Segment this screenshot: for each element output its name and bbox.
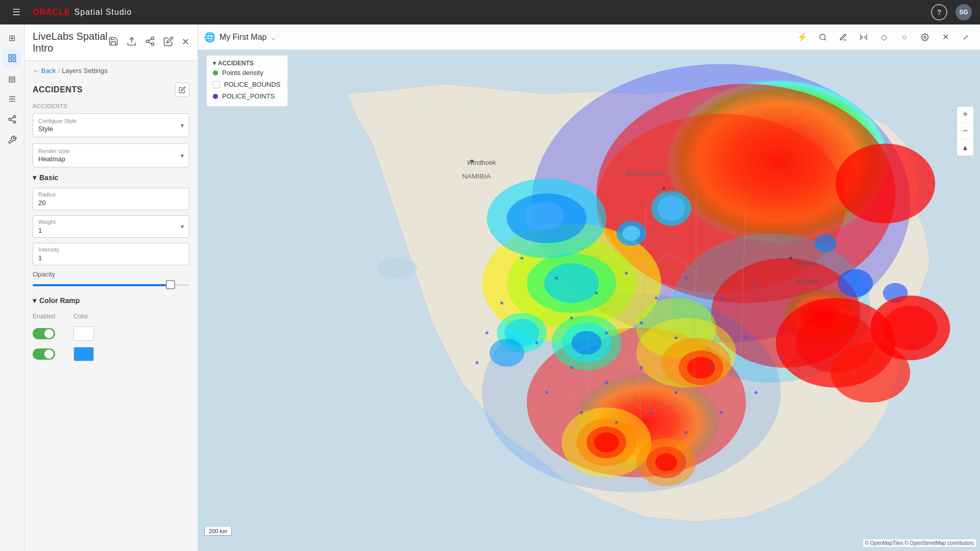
user-avatar[interactable]: SG — [955, 4, 972, 20]
legend-bounds-rect — [213, 81, 220, 88]
section-title-bar: ACCIDENTS — [33, 83, 189, 97]
svg-rect-1 — [13, 55, 15, 57]
svg-point-97 — [779, 356, 782, 359]
top-nav-right: ? SG — [931, 4, 972, 20]
sidebar-item-grid[interactable]: ⊞ — [3, 29, 21, 47]
attribution: © OpenMapTiles © OpenStreetMap contribut… — [863, 539, 976, 547]
breadcrumb: ← Back / Layers Settings — [33, 67, 189, 74]
svg-text:NAMIBIA: NAMIBIA — [462, 172, 491, 180]
sidebar-item-tools[interactable] — [3, 90, 21, 108]
close-map-tool[interactable]: ✕ — [937, 29, 953, 45]
svg-point-84 — [720, 296, 723, 299]
sidebar-item-share[interactable] — [3, 110, 21, 129]
zoom-controls: + − ▲ — [957, 106, 974, 156]
svg-point-93 — [640, 366, 643, 369]
share-button[interactable] — [145, 36, 155, 49]
basic-section-header[interactable]: Basic — [33, 173, 189, 182]
svg-point-96 — [744, 336, 747, 339]
export-button[interactable] — [127, 36, 137, 49]
svg-rect-2 — [9, 59, 11, 62]
svg-text:Gaborone: Gaborone — [656, 188, 683, 194]
circle-tool[interactable]: ○ — [896, 29, 913, 45]
svg-text:eSwatini: eSwatini — [796, 278, 818, 284]
render-style-dropdown[interactable]: Render style Heatmap ▾ — [33, 143, 189, 167]
close-panel-button[interactable]: ✕ — [182, 36, 189, 49]
svg-point-91 — [570, 366, 573, 369]
map-title-expand-icon[interactable]: ⌄ — [271, 33, 277, 41]
svg-point-92 — [605, 381, 608, 384]
opacity-slider-thumb[interactable] — [166, 280, 175, 289]
weight-dropdown-arrow[interactable]: ▾ — [181, 223, 184, 230]
svg-line-19 — [824, 39, 826, 40]
edit-section-button[interactable] — [175, 83, 189, 97]
edit-title-button[interactable] — [163, 36, 174, 49]
radius-input[interactable] — [38, 199, 184, 207]
scale-bar: 200 km — [204, 527, 232, 536]
svg-point-99 — [580, 411, 583, 414]
svg-point-82 — [655, 296, 658, 299]
configure-style-label: Configure Style — [38, 118, 77, 124]
configure-style-value: Style — [38, 125, 53, 133]
zoom-out-button[interactable]: − — [957, 123, 973, 139]
legend-density-label: Points density — [222, 69, 263, 77]
legend-density-dot — [213, 70, 218, 76]
globe-icon: 🌐 — [204, 32, 215, 43]
sub-label: ACCIDENTS — [33, 103, 189, 109]
back-button[interactable]: ← Back — [33, 67, 56, 74]
weight-input[interactable] — [38, 227, 130, 234]
svg-rect-0 — [9, 55, 11, 57]
enabled-toggle-1[interactable] — [33, 328, 55, 339]
toggle-1-wrap — [33, 328, 74, 339]
section-title: ACCIDENTS — [33, 85, 83, 94]
color-swatch-1[interactable] — [74, 327, 94, 341]
zoom-reset-button[interactable]: ▲ — [957, 139, 973, 156]
sidebar-item-wrench[interactable] — [3, 131, 21, 149]
save-button[interactable] — [108, 36, 118, 49]
top-nav-left: ☰ ORACLE Spatial Studio — [8, 4, 132, 20]
svg-point-104 — [754, 391, 757, 394]
svg-point-80 — [595, 291, 598, 294]
opacity-slider-track — [33, 284, 189, 286]
help-icon[interactable]: ? — [931, 4, 947, 20]
render-style-label: Render style — [38, 148, 70, 154]
svg-point-106 — [485, 331, 488, 334]
svg-point-68 — [883, 306, 938, 350]
hamburger-menu-icon[interactable]: ☰ — [8, 4, 24, 20]
select-tool[interactable] — [855, 29, 872, 45]
fullscreen-tool[interactable]: ⤢ — [958, 29, 974, 45]
draw-tool[interactable] — [835, 29, 851, 45]
opacity-slider-fill — [33, 284, 170, 286]
svg-point-79 — [555, 277, 558, 280]
svg-point-18 — [820, 34, 825, 40]
breadcrumb-current: Layers Settings — [62, 67, 108, 74]
color-ramp-header[interactable]: Color Ramp — [33, 296, 189, 305]
color-table: Enabled Color — [33, 311, 189, 361]
legend-points-label: POLICE_POINTS — [222, 92, 275, 100]
color-row-2 — [33, 347, 189, 361]
color-swatch-2[interactable] — [74, 347, 94, 361]
enabled-toggle-2[interactable] — [33, 348, 55, 360]
zoom-in-button[interactable]: + — [957, 107, 973, 123]
sidebar-item-table[interactable]: ▤ — [3, 69, 21, 88]
svg-point-38 — [544, 263, 599, 303]
svg-point-94 — [675, 391, 678, 394]
svg-point-103 — [720, 411, 723, 414]
lightning-tool[interactable]: ⚡ — [794, 29, 811, 45]
svg-text:Maputo: Maputo — [796, 260, 817, 267]
legend-accidents-header[interactable]: ▾ ACCIDENTS — [213, 60, 281, 67]
svg-point-14 — [146, 40, 149, 42]
brand: ORACLE Spatial Studio — [33, 8, 132, 17]
configure-style-dropdown[interactable]: Configure Style Style ▾ — [33, 113, 189, 137]
panel-content: ← Back / Layers Settings ACCIDENTS ACCID… — [24, 61, 198, 551]
svg-point-20 — [924, 36, 926, 38]
polygon-select-tool[interactable]: ◇ — [876, 29, 892, 45]
configure-style-content: Configure Style Style — [38, 118, 77, 133]
settings-tool[interactable] — [917, 29, 933, 45]
svg-rect-3 — [13, 59, 15, 62]
intensity-input[interactable] — [38, 254, 184, 262]
sidebar-item-layers[interactable] — [3, 49, 21, 67]
intensity-field: Intensity — [33, 243, 189, 265]
toggle-2-wrap — [33, 348, 74, 360]
svg-point-100 — [615, 421, 618, 424]
search-tool[interactable] — [815, 29, 831, 45]
